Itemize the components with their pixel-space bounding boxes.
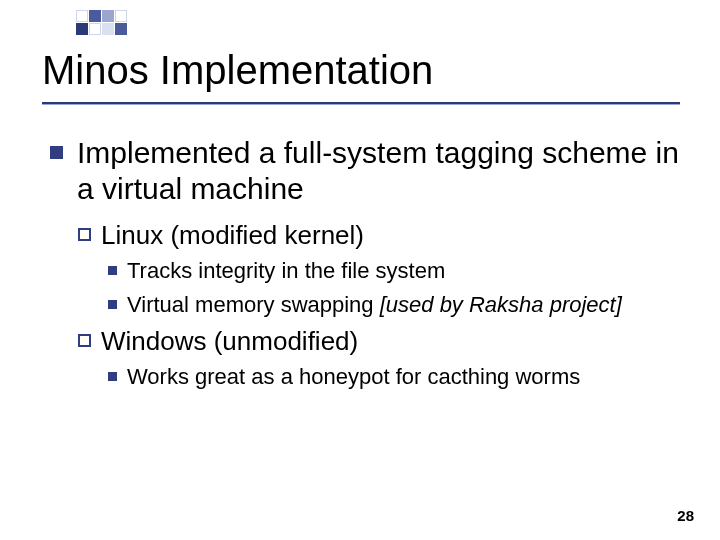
page-number: 28: [677, 507, 694, 524]
square-bullet-icon: [50, 146, 63, 159]
hollow-square-bullet-icon: [78, 334, 91, 347]
bullet-text: Works great as a honeypot for cacthing w…: [127, 363, 580, 391]
slide-body: Implemented a full-system tagging scheme…: [50, 135, 696, 393]
slide-title: Minos Implementation: [42, 48, 433, 93]
bullet-level2-windows: Windows (unmodified): [78, 325, 696, 357]
bullet-level1: Implemented a full-system tagging scheme…: [50, 135, 696, 207]
header-decoration: [76, 10, 596, 36]
bullet-level2-linux: Linux (modified kernel): [78, 219, 696, 251]
bullet-text: Implemented a full-system tagging scheme…: [77, 135, 696, 207]
bullet-level3: Tracks integrity in the file system: [108, 257, 696, 285]
bullet-text-part: Virtual memory swapping: [127, 292, 380, 317]
bullet-level3: Works great as a honeypot for cacthing w…: [108, 363, 696, 391]
header-grid-icon: [76, 10, 128, 36]
bullet-text: Linux (modified kernel): [101, 219, 364, 251]
small-square-bullet-icon: [108, 300, 117, 309]
bullet-text: Virtual memory swapping [used by Raksha …: [127, 291, 622, 319]
small-square-bullet-icon: [108, 266, 117, 275]
bullet-text-italic: [used by Raksha project]: [380, 292, 622, 317]
bullet-text: Tracks integrity in the file system: [127, 257, 445, 285]
title-underline: [42, 102, 680, 105]
small-square-bullet-icon: [108, 372, 117, 381]
bullet-level3: Virtual memory swapping [used by Raksha …: [108, 291, 696, 319]
bullet-text: Windows (unmodified): [101, 325, 358, 357]
hollow-square-bullet-icon: [78, 228, 91, 241]
